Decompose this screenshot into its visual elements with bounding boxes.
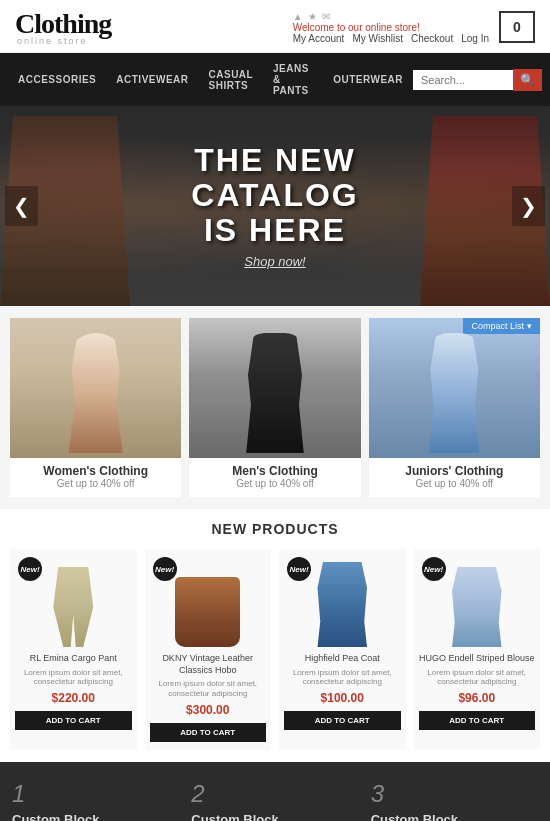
nav-accessories[interactable]: ACCESSORIES	[8, 64, 106, 95]
juniors-figure	[424, 333, 484, 453]
add-to-cart-coat[interactable]: Add to Cart	[284, 711, 401, 730]
category-juniors-title: Juniors' Clothing	[369, 464, 540, 478]
checkout-link[interactable]: Checkout	[411, 33, 453, 44]
nav-casual-shirts[interactable]: CASUAL SHIRTS	[199, 59, 263, 101]
product-coat-badge: New!	[287, 557, 311, 581]
category-men-discount: Get up to 40% off	[189, 478, 360, 489]
log-in-link[interactable]: Log In	[461, 33, 489, 44]
product-coat-desc: Lorem ipsum dolor sit amet, consectetur …	[284, 668, 401, 687]
product-coat-name: Highfield Pea Coat	[284, 653, 401, 665]
products-grid: New! RL Emina Cargo Pant Lorem ipsum dol…	[10, 549, 540, 750]
search-form: 🔍	[413, 69, 542, 91]
block-2-number: 2	[191, 780, 358, 808]
category-men-image	[189, 318, 360, 458]
add-to-cart-bag[interactable]: Add to Cart	[150, 723, 267, 742]
category-men[interactable]: Men's Clothing Get up to 40% off	[189, 318, 360, 497]
men-figure	[245, 333, 305, 453]
add-to-cart-pants[interactable]: Add to Cart	[15, 711, 132, 730]
product-blouse-price: $96.00	[419, 691, 536, 705]
product-pants-desc: Lorem ipsum dolor sit amet, consectetur …	[15, 668, 132, 687]
logo-subtitle: online store	[17, 36, 111, 46]
custom-block-3: 3 Custom Block Lorem ipsum dolor sit ame…	[371, 780, 538, 821]
new-products-section: New Products New! RL Emina Cargo Pant Lo…	[0, 509, 550, 762]
hero-prev-arrow[interactable]: ❮	[5, 186, 38, 226]
new-products-title: New Products	[10, 521, 540, 537]
cart-icon[interactable]: 0	[499, 11, 535, 43]
hero-headline: THE NEW CATALOG IS HERE	[191, 143, 358, 249]
bag-figure	[175, 577, 240, 647]
block-1-title: Custom Block	[12, 812, 179, 821]
category-women[interactable]: Women's Clothing Get up to 40% off	[10, 318, 181, 497]
block-2-title: Custom Block	[191, 812, 358, 821]
nav-outerwear[interactable]: OUTERWEAR	[323, 64, 413, 95]
pants-figure	[48, 567, 98, 647]
custom-blocks-section: 1 Custom Block Lorem ipsum dolor sit ame…	[0, 762, 550, 821]
compact-list-button[interactable]: Compact List ▾	[463, 318, 540, 334]
cart-count[interactable]: 0	[499, 11, 535, 43]
category-men-title: Men's Clothing	[189, 464, 360, 478]
product-blouse-name: HUGO Endell Striped Blouse	[419, 653, 536, 665]
product-pants-name: RL Emina Cargo Pant	[15, 653, 132, 665]
product-pants-price: $220.00	[15, 691, 132, 705]
category-women-title: Women's Clothing	[10, 464, 181, 478]
category-juniors-image	[369, 318, 540, 458]
coat-figure	[315, 562, 370, 647]
my-account-link[interactable]: My Account	[293, 33, 345, 44]
nav-activewear[interactable]: ACTIVEWEAR	[106, 64, 198, 95]
product-coat: New! Highfield Pea Coat Lorem ipsum dolo…	[279, 549, 406, 750]
search-input[interactable]	[413, 70, 513, 90]
product-blouse-desc: Lorem ipsum dolor sit amet, consectetur …	[419, 668, 536, 687]
search-button[interactable]: 🔍	[513, 69, 542, 91]
nav-jeans-pants[interactable]: JEANS & PANTS	[263, 53, 323, 106]
custom-block-1: 1 Custom Block Lorem ipsum dolor sit ame…	[12, 780, 179, 821]
product-blouse: New! HUGO Endell Striped Blouse Lorem ip…	[414, 549, 541, 750]
hero-cta[interactable]: Shop now!	[191, 254, 358, 269]
product-bag-badge: New!	[153, 557, 177, 581]
product-blouse-badge: New!	[422, 557, 446, 581]
hero-next-arrow[interactable]: ❯	[512, 186, 545, 226]
product-bag-desc: Lorem ipsum dolor sit amet, consectetur …	[150, 679, 267, 698]
main-nav: ACCESSORIES ACTIVEWEAR CASUAL SHIRTS JEA…	[0, 53, 550, 106]
category-section: Compact List ▾ Women's Clothing Get up t…	[0, 306, 550, 509]
my-wishlist-link[interactable]: My Wishlist	[352, 33, 403, 44]
product-bag-price: $300.00	[150, 703, 267, 717]
custom-block-2: 2 Custom Block Tempor incididunt ut labo…	[191, 780, 358, 821]
product-pants-badge: New!	[18, 557, 42, 581]
product-bag-name: DKNY Vintage Leather Classics Hobo	[150, 653, 267, 676]
category-juniors[interactable]: Juniors' Clothing Get up to 40% off	[369, 318, 540, 497]
category-women-discount: Get up to 40% off	[10, 478, 181, 489]
category-juniors-discount: Get up to 40% off	[369, 478, 540, 489]
category-grid: Women's Clothing Get up to 40% off Men's…	[10, 318, 540, 497]
add-to-cart-blouse[interactable]: Add to Cart	[419, 711, 536, 730]
block-3-title: Custom Block	[371, 812, 538, 821]
blouse-figure	[449, 567, 504, 647]
product-coat-price: $100.00	[284, 691, 401, 705]
welcome-text: Welcome to our online store!	[293, 22, 489, 33]
block-3-number: 3	[371, 780, 538, 808]
top-links[interactable]: My Account My Wishlist Checkout Log In	[293, 33, 489, 44]
hero-banner: THE NEW CATALOG IS HERE Shop now! ❮ ❯	[0, 106, 550, 306]
logo: Clothing online store	[15, 8, 111, 46]
product-pants: New! RL Emina Cargo Pant Lorem ipsum dol…	[10, 549, 137, 750]
product-bag: New! DKNY Vintage Leather Classics Hobo …	[145, 549, 272, 750]
block-1-number: 1	[12, 780, 179, 808]
hero-text: THE NEW CATALOG IS HERE Shop now!	[191, 143, 358, 270]
category-women-image	[10, 318, 181, 458]
top-icons: ▲★✉	[293, 11, 489, 22]
women-figure	[66, 333, 126, 453]
